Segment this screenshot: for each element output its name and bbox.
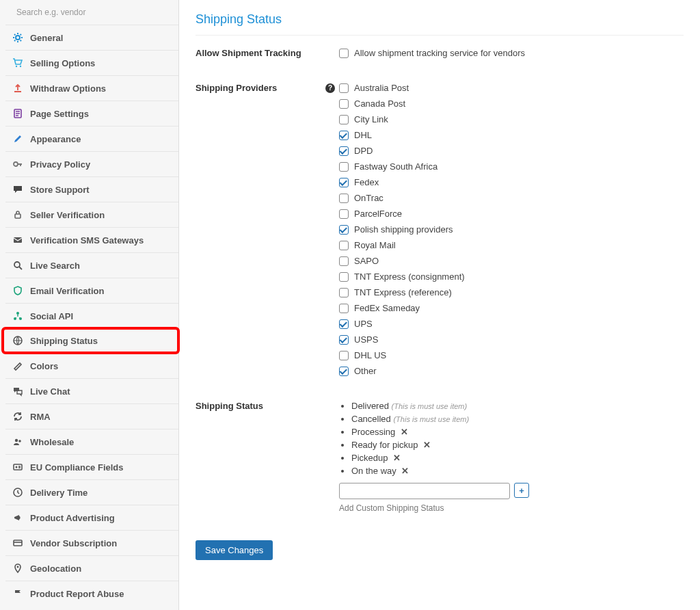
sidebar-item-label: Wholesale — [30, 437, 74, 447]
custom-status-help: Add Custom Shipping Status — [339, 503, 684, 513]
sidebar-item-social-api[interactable]: Social API — [5, 303, 178, 328]
sidebar-item-live-chat[interactable]: Live Chat — [5, 378, 178, 403]
sidebar-item-store-support[interactable]: Store Support — [5, 176, 178, 202]
save-button[interactable]: Save Changes — [196, 540, 273, 560]
id-icon — [12, 462, 23, 473]
sidebar-item-product-report-abuse[interactable]: Product Report Abuse — [5, 581, 178, 606]
allow-tracking-checkbox[interactable] — [339, 49, 349, 58]
status-item: Pickedup ✕ — [351, 453, 684, 463]
svg-point-12 — [15, 439, 18, 442]
gear-icon — [12, 32, 23, 43]
provider-checkbox[interactable] — [339, 241, 349, 250]
svg-point-2 — [20, 66, 21, 67]
status-item: Ready for pickup ✕ — [351, 440, 684, 450]
provider-label: TNT Express (reference) — [354, 287, 452, 298]
provider-checkbox[interactable] — [339, 162, 349, 172]
provider-label: Royal Mail — [354, 240, 396, 251]
sidebar-item-privacy-policy[interactable]: Privacy Policy — [5, 151, 178, 176]
provider-label: DHL — [354, 130, 372, 141]
search-input[interactable]: Search e.g. vendor — [12, 6, 172, 18]
provider-checkbox[interactable] — [339, 178, 349, 187]
provider-label: Fastway South Africa — [354, 161, 438, 172]
sidebar-item-rma[interactable]: RMA — [5, 403, 178, 429]
provider-checkbox[interactable] — [339, 146, 349, 156]
chats-icon — [12, 386, 23, 397]
sidebar-item-label: Appearance — [30, 134, 81, 144]
provider-label: DHL US — [354, 350, 386, 361]
clock-icon — [12, 487, 23, 498]
search-icon — [12, 260, 23, 271]
sidebar-item-label: Product Report Abuse — [30, 589, 124, 599]
sidebar-item-selling-options[interactable]: Selling Options — [5, 50, 178, 75]
add-status-button[interactable]: + — [514, 483, 529, 498]
provider-checkbox[interactable] — [339, 225, 349, 235]
svg-point-1 — [16, 66, 17, 67]
sidebar-item-live-search[interactable]: Live Search — [5, 252, 178, 278]
sidebar-item-label: Seller Verification — [30, 210, 105, 220]
sidebar-item-delivery-time[interactable]: Delivery Time — [5, 479, 178, 505]
sidebar-item-general[interactable]: General — [5, 25, 178, 50]
sidebar-item-label: RMA — [30, 412, 51, 422]
status-item: Processing ✕ — [351, 427, 684, 437]
sidebar-item-geolocation[interactable]: Geolocation — [5, 555, 178, 581]
remove-status-icon[interactable]: ✕ — [423, 440, 431, 450]
status-item-label: On the way — [351, 466, 396, 476]
sidebar-item-product-advertising[interactable]: Product Advertising — [5, 505, 178, 530]
sidebar-item-page-settings[interactable]: Page Settings — [5, 101, 178, 126]
svg-rect-14 — [14, 464, 22, 470]
sidebar-item-email-verification[interactable]: Email Verification — [5, 278, 178, 303]
sidebar-item-wholesale[interactable]: Wholesale — [5, 429, 178, 454]
sidebar-item-vendor-subscription[interactable]: Vendor Subscription — [5, 530, 178, 555]
provider-checkbox[interactable] — [339, 272, 349, 282]
status-label: Shipping Status — [196, 401, 339, 411]
provider-checkbox[interactable] — [339, 115, 349, 124]
remove-status-icon[interactable]: ✕ — [393, 453, 401, 463]
refresh-icon — [12, 411, 23, 422]
allow-tracking-option-label: Allow shipment tracking service for vend… — [354, 48, 525, 59]
sidebar-item-label: Page Settings — [30, 109, 89, 119]
page-title: Shipping Status — [196, 12, 684, 36]
megaphone-icon — [12, 512, 23, 523]
status-item: Delivered (This is must use item) — [351, 401, 684, 411]
svg-rect-6 — [14, 237, 22, 243]
sidebar-item-verification-sms-gateways[interactable]: Verification SMS Gateways — [5, 227, 178, 252]
provider-checkbox[interactable] — [339, 335, 349, 345]
remove-status-icon[interactable]: ✕ — [401, 427, 408, 437]
sidebar-item-label: Live Chat — [30, 386, 70, 397]
status-list: Delivered (This is must use item)Cancell… — [339, 401, 684, 476]
sidebar-item-label: Store Support — [30, 185, 90, 195]
provider-label: Fedex — [354, 177, 379, 188]
svg-point-18 — [17, 566, 19, 568]
network-icon — [12, 310, 23, 321]
provider-checkbox[interactable] — [339, 367, 349, 376]
lock-icon — [12, 209, 23, 220]
provider-checkbox[interactable] — [339, 194, 349, 203]
provider-checkbox[interactable] — [339, 256, 349, 266]
sidebar-item-colors[interactable]: Colors — [5, 353, 178, 378]
provider-checkbox[interactable] — [339, 288, 349, 297]
custom-status-input[interactable] — [339, 483, 510, 499]
brush-icon — [12, 133, 23, 144]
status-item: Cancelled (This is must use item) — [351, 414, 684, 424]
provider-label: Australia Post — [354, 83, 409, 94]
provider-checkbox[interactable] — [339, 83, 349, 93]
sidebar-item-appearance[interactable]: Appearance — [5, 126, 178, 151]
provider-label: USPS — [354, 334, 378, 345]
provider-checkbox[interactable] — [339, 99, 349, 109]
provider-checkbox[interactable] — [339, 319, 349, 329]
sidebar-item-seller-verification[interactable]: Seller Verification — [5, 202, 178, 227]
main-panel: Shipping Status Allow Shipment Tracking … — [179, 0, 700, 610]
help-icon[interactable]: ? — [325, 83, 335, 93]
provider-checkbox[interactable] — [339, 209, 349, 219]
sidebar-item-eu-compliance-fields[interactable]: EU Compliance Fields — [5, 454, 178, 479]
sidebar-item-label: Product Advertising — [30, 513, 115, 523]
remove-status-icon[interactable]: ✕ — [401, 466, 409, 476]
sidebar-item-shipping-status[interactable]: Shipping Status — [1, 327, 180, 354]
provider-checkbox[interactable] — [339, 131, 349, 140]
provider-label: ParcelForce — [354, 209, 402, 220]
sidebar-item-label: Shipping Status — [30, 336, 98, 346]
svg-rect-5 — [15, 214, 21, 218]
sidebar-item-withdraw-options[interactable]: Withdraw Options — [5, 75, 178, 101]
provider-checkbox[interactable] — [339, 351, 349, 360]
provider-checkbox[interactable] — [339, 304, 349, 313]
